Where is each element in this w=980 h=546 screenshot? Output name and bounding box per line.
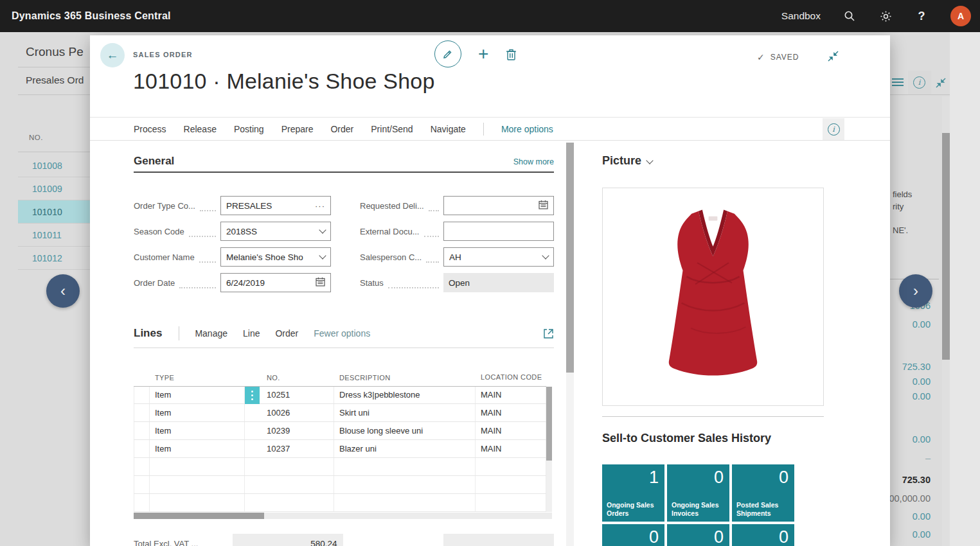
salesperson-label: Salesperson C... xyxy=(360,252,422,262)
menu-posting[interactable]: Posting xyxy=(234,124,264,134)
collapse-dialog-icon[interactable] xyxy=(828,51,839,64)
table-hscrollbar-thumb[interactable] xyxy=(134,513,264,519)
expand-lines-icon[interactable] xyxy=(543,328,554,339)
background-scrollbar-thumb[interactable] xyxy=(942,133,950,360)
cell-description[interactable]: Skirt uni xyxy=(334,404,476,421)
tile-ongoing-sales-orders[interactable]: 1 Ongoing Sales Orders xyxy=(602,464,664,522)
app-title[interactable]: Dynamics 365 Business Central xyxy=(12,10,171,22)
cell-type[interactable]: Item xyxy=(150,386,245,403)
avatar[interactable]: A xyxy=(950,6,971,26)
show-more-link[interactable]: Show more xyxy=(501,157,554,166)
picture-heading[interactable]: Picture xyxy=(602,154,641,168)
menu-release[interactable]: Release xyxy=(184,124,217,134)
cell-type[interactable]: Item xyxy=(150,404,245,421)
season-code-input[interactable]: 2018SS xyxy=(220,222,331,241)
column-header-type[interactable]: TYPE xyxy=(150,350,245,386)
cell-location[interactable]: MAIN xyxy=(476,386,546,403)
chevron-down-icon xyxy=(646,157,653,164)
cell-description[interactable]: Blouse long sleeve uni xyxy=(334,422,476,439)
previous-record-button[interactable]: ‹ xyxy=(46,274,80,308)
calendar-icon[interactable] xyxy=(539,200,548,211)
cell-location[interactable]: MAIN xyxy=(476,422,546,439)
cell-type[interactable]: Item xyxy=(150,422,245,439)
cell-description[interactable]: Dress k3|pebblestone xyxy=(334,386,476,403)
list-view-icon[interactable] xyxy=(892,78,904,89)
column-header-description[interactable]: DESCRIPTION xyxy=(334,350,476,386)
cell-no[interactable]: 10239 xyxy=(245,422,334,439)
order-date-input[interactable]: 6/24/2019 xyxy=(220,273,331,292)
table-row[interactable]: Item 10251 Dress k3|pebblestone MAIN xyxy=(134,386,552,404)
chevron-down-icon[interactable] xyxy=(542,252,549,259)
product-picture-frame[interactable] xyxy=(602,188,824,406)
cell-type[interactable]: Item xyxy=(150,440,245,457)
help-icon[interactable]: ? xyxy=(914,9,929,23)
menu-print-send[interactable]: Print/Send xyxy=(371,124,413,134)
external-doc-input[interactable] xyxy=(443,222,554,241)
table-row-empty[interactable] xyxy=(134,458,552,476)
fewer-options-link[interactable]: Fewer options xyxy=(314,328,370,339)
chevron-down-icon[interactable] xyxy=(319,252,326,259)
sales-order-dialog: ← SALES ORDER + ✓ SAVED 101010 · Melanie… xyxy=(90,35,890,546)
chevron-down-icon[interactable] xyxy=(319,226,326,233)
lines-menu-order[interactable]: Order xyxy=(275,328,298,339)
cell-no[interactable]: 10237 xyxy=(245,440,334,457)
collapse-pane-icon[interactable] xyxy=(936,78,946,91)
dialog-scrollbar-thumb[interactable] xyxy=(566,143,574,373)
lines-divider xyxy=(134,348,554,348)
tile-ongoing-sales-invoices[interactable]: 0 Ongoing Sales Invoices xyxy=(667,464,729,522)
list-item[interactable]: 101011 xyxy=(18,224,90,247)
menu-order[interactable]: Order xyxy=(330,124,353,134)
cell-location[interactable]: MAIN xyxy=(476,404,546,421)
menu-prepare[interactable]: Prepare xyxy=(281,124,314,134)
tile-row2[interactable]: 0 xyxy=(667,524,729,546)
attributes-info-toggle[interactable]: i xyxy=(823,118,844,140)
column-header-location-code[interactable]: LOCATION CODE xyxy=(476,350,546,386)
table-row[interactable]: Item 10237 Blazer uni MAIN xyxy=(134,440,552,458)
menu-navigate[interactable]: Navigate xyxy=(431,124,466,134)
edit-button[interactable] xyxy=(434,40,461,67)
background-right-gutter xyxy=(950,32,980,546)
row-drag-handle[interactable] xyxy=(245,387,260,404)
list-item[interactable]: 101012 xyxy=(18,247,90,270)
tile-row2[interactable]: 0 xyxy=(602,524,664,546)
salesperson-input[interactable]: AH xyxy=(443,247,554,267)
total-excl-vat-label: Total Excl. VAT ... xyxy=(134,539,198,546)
tile-row2[interactable]: 0 xyxy=(732,524,794,546)
column-header-no[interactable]: NO. xyxy=(245,350,334,386)
table-row[interactable]: Item 10026 Skirt uni MAIN xyxy=(134,404,552,422)
search-icon[interactable] xyxy=(842,9,857,23)
new-button[interactable]: + xyxy=(474,45,492,63)
menu-process[interactable]: Process xyxy=(134,124,166,134)
settings-gear-icon[interactable] xyxy=(878,9,893,23)
cell-no[interactable]: 10026 xyxy=(245,404,334,421)
cell-location[interactable]: MAIN xyxy=(476,440,546,457)
table-row-empty[interactable] xyxy=(134,476,552,494)
back-button[interactable]: ← xyxy=(100,43,125,67)
lines-menu-manage[interactable]: Manage xyxy=(195,328,227,339)
lines-menu-line[interactable]: Line xyxy=(243,328,260,339)
total-incl-vat-value xyxy=(443,534,554,546)
cell-description[interactable]: Blazer uni xyxy=(334,440,476,457)
order-date-label: Order Date xyxy=(134,278,175,288)
table-row[interactable]: Item 10239 Blouse long sleeve uni MAIN xyxy=(134,422,552,440)
next-record-button[interactable]: › xyxy=(899,274,932,308)
list-item-selected[interactable]: 101010 xyxy=(18,200,90,224)
calendar-icon[interactable] xyxy=(316,277,325,288)
environment-badge[interactable]: Sandbox xyxy=(781,10,821,22)
menu-more-options[interactable]: More options xyxy=(501,124,553,134)
lookup-ellipsis-icon[interactable]: ··· xyxy=(315,201,325,211)
order-type-input[interactable]: PRESALES ··· xyxy=(220,196,331,215)
customer-name-input[interactable]: Melanie's Shoe Sho xyxy=(220,247,331,267)
background-page-subtitle: Presales Ord xyxy=(26,75,84,86)
list-item[interactable]: 101009 xyxy=(18,177,90,200)
picture-section-header[interactable]: Picture xyxy=(602,154,652,168)
table-row-empty[interactable] xyxy=(134,494,552,512)
info-icon[interactable]: i xyxy=(913,76,925,89)
tile-posted-sales-shipments[interactable]: 0 Posted Sales Shipments xyxy=(732,464,794,522)
lines-section-heading[interactable]: Lines xyxy=(134,327,162,340)
requested-delivery-input[interactable] xyxy=(443,196,554,215)
table-scrollbar-thumb[interactable] xyxy=(546,387,552,461)
general-section-heading[interactable]: General xyxy=(134,155,174,168)
list-item[interactable]: 101008 xyxy=(18,154,90,177)
delete-button[interactable] xyxy=(505,48,517,61)
